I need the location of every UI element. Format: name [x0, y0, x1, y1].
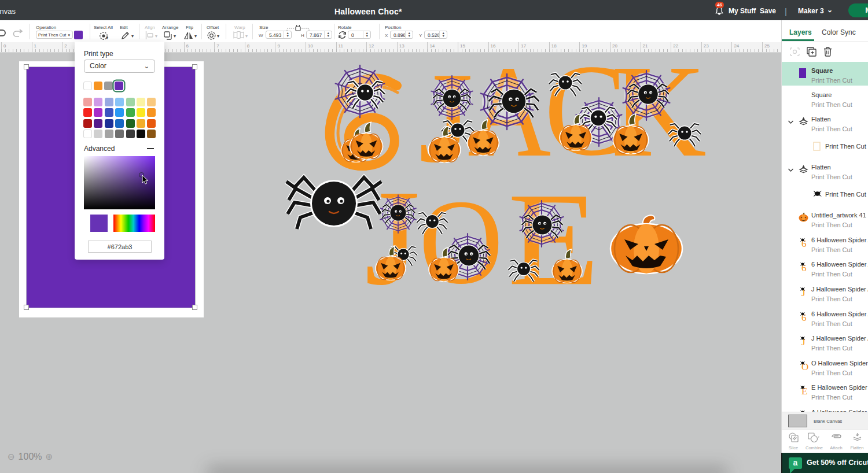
svg-text:J: J — [418, 46, 473, 190]
